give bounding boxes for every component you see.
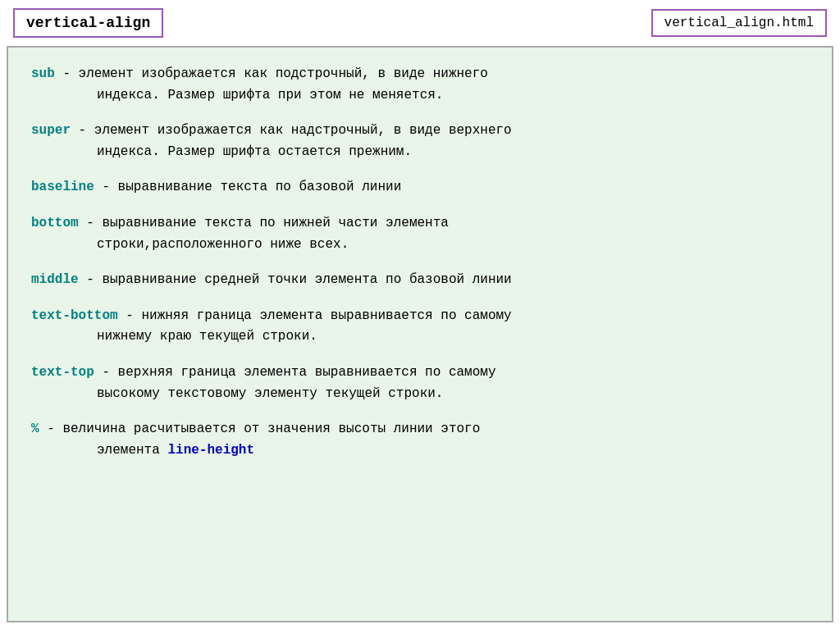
keyword-text-bottom: text-bottom <box>31 308 118 323</box>
keyword-super: super <box>31 123 71 138</box>
keyword-bottom: bottom <box>31 216 79 230</box>
entry-middle: middle - выравнивание средней точки элем… <box>31 270 809 291</box>
entry-baseline: baseline - выравнивание текста по базово… <box>31 177 809 198</box>
entry-bottom: bottom - выравнивание текста по нижней ч… <box>31 213 809 255</box>
entry-text-bottom: text-bottom - нижняя граница элемента вы… <box>31 306 809 348</box>
keyword-line-height: line-height <box>167 443 254 458</box>
keyword-text-top: text-top <box>31 365 94 380</box>
main-content: sub - элемент изображается как подстрочн… <box>7 46 833 622</box>
entry-percent: % - величина расчитывается от значения в… <box>31 419 809 461</box>
keyword-percent: % <box>31 422 39 436</box>
keyword-sub: sub <box>31 66 55 81</box>
header-title-right: vertical_align.html <box>651 9 827 37</box>
keyword-middle: middle <box>31 272 79 287</box>
header-title-left: vertical-align <box>13 8 163 38</box>
entry-super: super - элемент изображается как надстро… <box>31 121 809 162</box>
keyword-baseline: baseline <box>31 180 94 194</box>
entry-sub: sub - элемент изображается как подстрочн… <box>31 64 809 106</box>
entry-text-top: text-top - верхняя граница элемента выра… <box>31 362 809 404</box>
header: vertical-align vertical_align.html <box>0 0 840 46</box>
